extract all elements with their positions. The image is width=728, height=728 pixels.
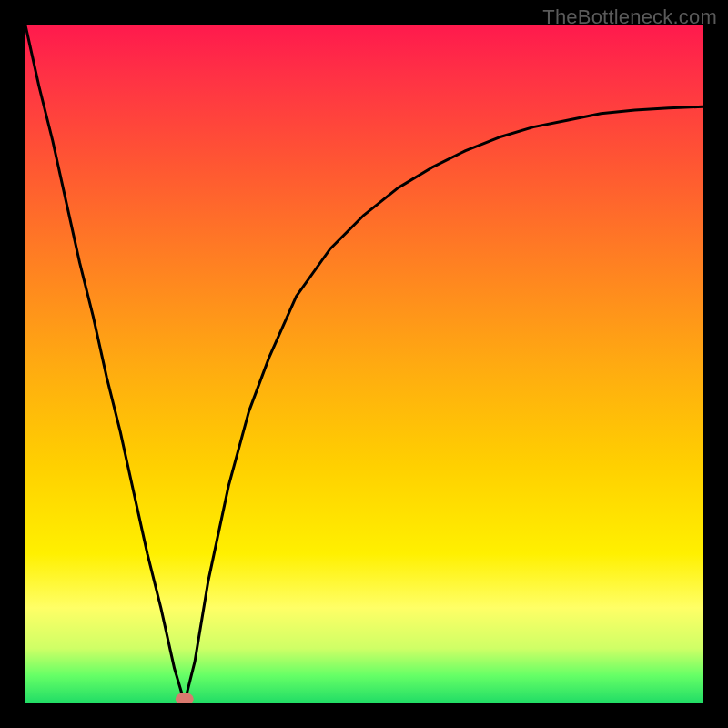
plot-area bbox=[25, 25, 703, 703]
watermark-text: TheBottleneck.com bbox=[542, 5, 717, 29]
